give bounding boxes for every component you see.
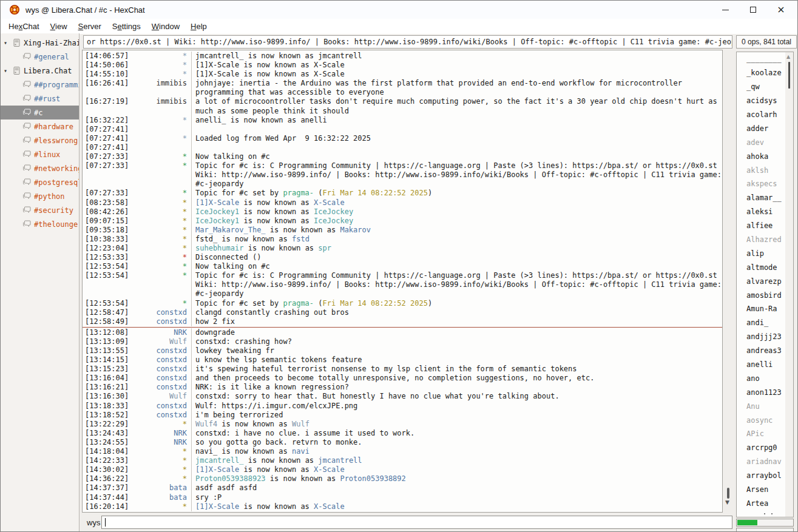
nick: * xyxy=(131,198,191,207)
chat-row: [13:16:30]Wulfconstxd: sorry to hear tha… xyxy=(83,392,722,401)
topic-input[interactable] xyxy=(83,35,732,49)
message-text: how 2 fix xyxy=(191,317,722,326)
timestamp: [13:16:04] xyxy=(83,374,131,383)
tree-item-label: #linux xyxy=(34,150,60,159)
message-text: [1]X-Scale is now known as X-Scale xyxy=(191,61,722,70)
minimize-button[interactable] xyxy=(711,1,739,19)
timestamp: [13:16:30] xyxy=(83,392,131,401)
nick: constxd xyxy=(131,402,191,411)
tree-item-security[interactable]: #security xyxy=(1,203,79,217)
message-text: Loaded log from Wed Apr 9 16:32:22 2025 xyxy=(191,134,722,143)
chat-scrollbar[interactable]: ▼ xyxy=(724,50,732,513)
tree-item-programming[interactable]: ##programming xyxy=(1,78,79,92)
tree-item-linux[interactable]: #linux xyxy=(1,147,79,161)
nick: constxd xyxy=(131,383,191,392)
expander-triangle-icon[interactable]: ▾ xyxy=(1,39,13,46)
nick: NRK xyxy=(131,328,191,337)
chat-row: [14:37:44]batasry :P xyxy=(83,493,722,502)
chat-row: [13:18:52]constxdi'm being terrorized xyxy=(83,411,722,420)
menubar: HexChatViewServerSettingsWindowHelp xyxy=(1,19,797,34)
menu-hexchat[interactable]: HexChat xyxy=(3,20,45,33)
chat-row: [14:22:33]*jmcantrell_ is now known as j… xyxy=(83,456,722,465)
close-button[interactable]: × xyxy=(767,1,795,19)
userlist-scrollbar[interactable]: ▲ xyxy=(785,52,793,517)
timestamp: [14:36:22] xyxy=(83,474,131,483)
tree-item-general[interactable]: #general xyxy=(1,50,79,64)
chat-message-area[interactable]: [14:06:57]*jmcantrell_ is now known as j… xyxy=(82,50,723,513)
menu-server[interactable]: Server xyxy=(73,20,107,33)
channel-icon xyxy=(22,95,31,103)
nick: bata xyxy=(131,493,191,502)
nick xyxy=(131,289,191,298)
timestamp: [13:12:08] xyxy=(83,328,131,337)
tree-item-thelounge[interactable]: #thelounge xyxy=(1,217,79,231)
chat-row: #c-jeopardy xyxy=(83,289,722,298)
nick: immibis xyxy=(131,79,191,88)
chat-scrollbar-thumb[interactable] xyxy=(727,488,729,499)
menu-view[interactable]: View xyxy=(45,20,73,33)
tree-item-xing-hai-zhai[interactable]: ▾Xing-Hai-Zhai xyxy=(1,36,79,50)
timestamp: [16:26:41] xyxy=(83,79,131,88)
expander-triangle-icon[interactable]: ▾ xyxy=(1,67,13,74)
menu-help[interactable]: Help xyxy=(185,20,212,33)
chat-row: [12:53:54]*Topic for #c is: C Programmin… xyxy=(83,271,722,280)
throttle-meter xyxy=(736,528,794,532)
timestamp: [07:27:33] xyxy=(83,152,131,161)
message-text: constxd: crashing how? xyxy=(191,337,722,346)
message-text: Disconnected () xyxy=(191,253,722,262)
channel-icon xyxy=(22,53,31,61)
nick: * xyxy=(131,465,191,474)
message-text: IceJockey1 is now known as IceJockey xyxy=(191,217,722,226)
nick: * xyxy=(131,502,191,511)
message-text: #c-jeopardy xyxy=(191,289,722,298)
tree-item-libera.chat[interactable]: ▾Libera.Chat xyxy=(1,64,79,78)
message-input[interactable] xyxy=(101,516,732,529)
resize-grip-dot xyxy=(764,513,765,514)
nick xyxy=(131,170,191,180)
chat-row: Wiki: http://www.iso-9899.info/ | Books:… xyxy=(83,170,722,180)
channel-icon xyxy=(22,136,31,144)
menu-settings[interactable]: Settings xyxy=(107,20,146,33)
tree-item-postgresql[interactable]: #postgresql xyxy=(1,175,79,189)
message-text: clangd constantly crashing out bros xyxy=(191,308,722,317)
tree-item-python[interactable]: #python xyxy=(1,189,79,203)
chat-row: [13:18:33]constxdWulf: https://i.imgur.c… xyxy=(83,402,722,411)
hexchat-window: wys @ Libera.Chat / #c - HexChat × HexCh… xyxy=(0,0,798,532)
message-text xyxy=(191,125,722,134)
nick: * xyxy=(131,217,191,226)
minimize-icon xyxy=(722,10,729,10)
message-text: johnjaye: inertia - the Arduino was the … xyxy=(191,79,722,88)
chat-row: [16:26:41]immibisjohnjaye: inertia - the… xyxy=(83,79,722,88)
chat-scroll-down-icon[interactable]: ▼ xyxy=(725,499,729,505)
nick xyxy=(131,143,191,152)
channel-tree[interactable]: ▾Xing-Hai-Zhai#general▾Libera.Chat##prog… xyxy=(1,33,79,531)
message-text: u know the lsp semantic tokens feature xyxy=(191,355,722,365)
message-text: Wiki: http://www.iso-9899.info/ | Books:… xyxy=(191,280,722,289)
tree-item-lesswrong[interactable]: #lesswrong xyxy=(1,133,79,147)
chat-row: [07:27:33]*Now talking on #c xyxy=(83,152,722,161)
tree-item-label: #hardware xyxy=(34,123,73,131)
chat-row: [14:50:06]*[1]X-Scale is now known as X-… xyxy=(83,61,722,70)
tree-item-hardware[interactable]: #hardware xyxy=(1,120,79,133)
message-text: [1]X-Scale is now known as X-Scale xyxy=(191,70,722,79)
timestamp: [13:22:29] xyxy=(83,420,131,429)
tree-item-networking[interactable]: #networking xyxy=(1,161,79,175)
menu-window[interactable]: Window xyxy=(146,20,185,33)
tree-item-c[interactable]: #c xyxy=(1,106,79,120)
tree-item-rust[interactable]: ##rust xyxy=(1,92,79,106)
maximize-button[interactable] xyxy=(739,1,767,19)
nick: * xyxy=(131,152,191,161)
nick: * xyxy=(131,271,191,280)
message-text: and then proceeds to become totally unre… xyxy=(191,374,722,383)
chat-row: [12:58:49]constxdhow 2 fix xyxy=(83,317,722,326)
tree-item-label: Libera.Chat xyxy=(24,67,72,75)
timestamp: [16:32:22] xyxy=(83,116,131,125)
timestamp: [14:18:04] xyxy=(83,447,131,456)
chat-row: [14:55:10]*[1]X-Scale is now known as X-… xyxy=(83,70,722,79)
userlist-scrollbar-thumb[interactable] xyxy=(788,62,790,89)
timestamp: [07:27:33] xyxy=(83,161,131,170)
timestamp: [12:58:49] xyxy=(83,317,131,326)
userlist-scroll-up-icon[interactable]: ▲ xyxy=(786,54,790,59)
message-text: Mar_Makarov_The_ is now known as Makarov xyxy=(191,226,722,235)
channel-icon xyxy=(22,150,31,158)
